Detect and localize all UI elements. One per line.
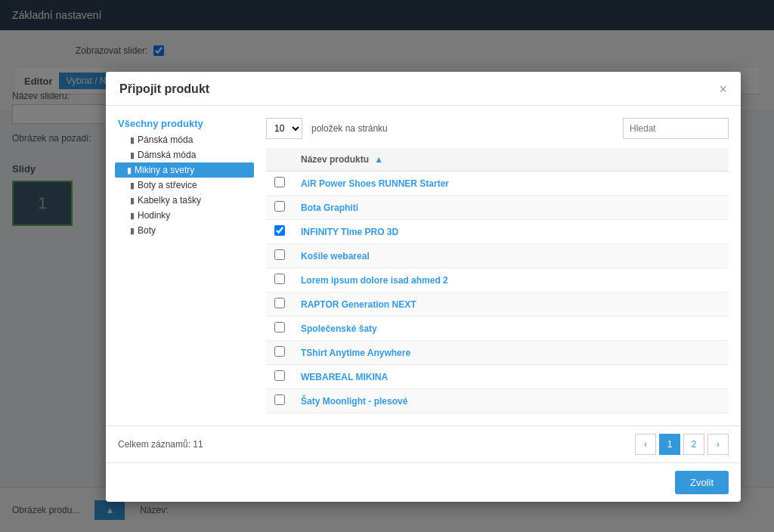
product-checkbox-cell bbox=[266, 292, 293, 317]
tree-item-label: Hodinky bbox=[138, 210, 170, 221]
products-table-body: AiR Power Shoes RUNNER Starter Bota Grap… bbox=[266, 172, 729, 413]
product-checkbox-6[interactable] bbox=[274, 322, 285, 332]
product-name-link[interactable]: Šaty Moonlight - plesové bbox=[301, 396, 407, 407]
product-checkbox-cell bbox=[266, 220, 293, 244]
product-name-link[interactable]: WEBAREAL MIKINA bbox=[301, 372, 388, 382]
modal-header: Připojit produkt × bbox=[106, 72, 741, 106]
tree-root-item[interactable]: Všechny produkty bbox=[118, 118, 254, 129]
product-name-cell: Šaty Moonlight - plesové bbox=[293, 389, 729, 413]
product-checkbox-cell bbox=[266, 172, 293, 196]
table-row: WEBAREAL MIKINA bbox=[266, 365, 729, 389]
tree-item-3[interactable]: ▮Boty a střevice bbox=[118, 178, 254, 193]
sort-icon: ▲ bbox=[374, 154, 383, 165]
search-input[interactable] bbox=[623, 118, 729, 139]
product-checkbox-8[interactable] bbox=[274, 370, 285, 381]
product-checkbox-2[interactable] bbox=[274, 225, 285, 236]
tree-item-label: Dámská móda bbox=[138, 150, 196, 160]
product-name-link[interactable]: Společenské šaty bbox=[301, 323, 377, 334]
tree-item-0[interactable]: ▮Pánská móda bbox=[118, 132, 254, 147]
category-tree: Všechny produkty ▮Pánská móda▮Dámská mód… bbox=[118, 118, 254, 413]
tree-item-4[interactable]: ▮Kabelky a tašky bbox=[118, 193, 254, 208]
product-name-cell: RAPTOR Generation NEXT bbox=[293, 292, 729, 317]
modal-close-button[interactable]: × bbox=[719, 82, 727, 96]
table-row: TShirt Anytime Anywhere bbox=[266, 341, 729, 365]
table-row: Košile webareal bbox=[266, 244, 729, 268]
tree-item-5[interactable]: ▮Hodinky bbox=[118, 208, 254, 223]
select-button[interactable]: Zvolit bbox=[675, 471, 729, 494]
pagination-page-2-button[interactable]: 2 bbox=[683, 434, 704, 455]
pagination: ‹ 1 2 › bbox=[635, 434, 729, 455]
table-row: Lorem ipsum dolore isad ahmed 2 bbox=[266, 268, 729, 292]
table-row: Společenské šaty bbox=[266, 317, 729, 341]
product-name-cell: Bota Graphiti bbox=[293, 196, 729, 220]
product-name-cell: Společenské šaty bbox=[293, 317, 729, 341]
doc-icon: ▮ bbox=[130, 211, 135, 221]
tree-item-6[interactable]: ▮Boty bbox=[118, 223, 254, 238]
right-panel: 10 5 25 50 položek na stránku Název prod… bbox=[266, 118, 729, 413]
product-name-cell: TShirt Anytime Anywhere bbox=[293, 341, 729, 365]
doc-icon: ▮ bbox=[127, 165, 132, 175]
product-name-cell: WEBAREAL MIKINA bbox=[293, 365, 729, 389]
doc-icon: ▮ bbox=[130, 226, 135, 236]
product-name-link[interactable]: AiR Power Shoes RUNNER Starter bbox=[301, 178, 449, 189]
per-page-label: položek na stránku bbox=[311, 123, 388, 134]
doc-icon: ▮ bbox=[130, 135, 135, 145]
product-checkbox-cell bbox=[266, 389, 293, 413]
doc-icon: ▮ bbox=[130, 150, 135, 160]
product-checkbox-3[interactable] bbox=[274, 249, 285, 260]
table-row: Bota Graphiti bbox=[266, 196, 729, 220]
tree-item-label: Mikiny a svetry bbox=[135, 165, 194, 175]
doc-icon: ▮ bbox=[130, 181, 135, 190]
product-name-cell: AiR Power Shoes RUNNER Starter bbox=[293, 172, 729, 196]
pagination-prev-button[interactable]: ‹ bbox=[635, 434, 656, 455]
modal-dialog: Připojit produkt × Všechny produkty ▮Pán… bbox=[106, 72, 741, 502]
tree-item-2[interactable]: ▮Mikiny a svetry bbox=[115, 162, 254, 178]
modal-action-footer: Zvolit bbox=[106, 462, 741, 502]
product-checkbox-5[interactable] bbox=[274, 298, 285, 308]
total-count: Celkem záznamů: 11 bbox=[118, 439, 203, 450]
modal-title: Připojit produkt bbox=[119, 82, 209, 96]
product-checkbox-9[interactable] bbox=[274, 394, 285, 405]
product-checkbox-cell bbox=[266, 196, 293, 220]
products-toolbar: 10 5 25 50 položek na stránku bbox=[266, 118, 729, 139]
product-checkbox-cell bbox=[266, 341, 293, 365]
table-row: INFINITY TIme PRO 3D bbox=[266, 220, 729, 244]
column-name-header: Název produktu ▲ bbox=[293, 148, 729, 172]
product-name-link[interactable]: Lorem ipsum dolore isad ahmed 2 bbox=[301, 275, 448, 286]
product-name-cell: INFINITY TIme PRO 3D bbox=[293, 220, 729, 244]
table-row: RAPTOR Generation NEXT bbox=[266, 292, 729, 317]
product-checkbox-cell bbox=[266, 317, 293, 341]
product-name-link[interactable]: Košile webareal bbox=[301, 251, 370, 261]
product-name-link[interactable]: Bota Graphiti bbox=[301, 203, 358, 213]
tree-item-label: Pánská móda bbox=[138, 135, 193, 145]
product-name-link[interactable]: INFINITY TIme PRO 3D bbox=[301, 227, 398, 237]
product-checkbox-cell bbox=[266, 365, 293, 389]
product-checkbox-cell bbox=[266, 268, 293, 292]
pagination-next-button[interactable]: › bbox=[707, 434, 729, 455]
products-table: Název produktu ▲ AiR Power Shoes RUNNER … bbox=[266, 148, 729, 413]
product-checkbox-1[interactable] bbox=[274, 201, 285, 212]
tree-items: ▮Pánská móda▮Dámská móda▮Mikiny a svetry… bbox=[118, 132, 254, 238]
table-row: Šaty Moonlight - plesové bbox=[266, 389, 729, 413]
product-name-link[interactable]: TShirt Anytime Anywhere bbox=[301, 348, 410, 358]
product-checkbox-4[interactable] bbox=[274, 274, 285, 284]
product-checkbox-7[interactable] bbox=[274, 346, 285, 357]
tree-item-label: Boty a střevice bbox=[138, 180, 197, 190]
product-name-link[interactable]: RAPTOR Generation NEXT bbox=[301, 299, 416, 310]
product-checkbox-cell bbox=[266, 244, 293, 268]
table-row: AiR Power Shoes RUNNER Starter bbox=[266, 172, 729, 196]
product-name-cell: Košile webareal bbox=[293, 244, 729, 268]
modal-footer: Celkem záznamů: 11 ‹ 1 2 › bbox=[106, 425, 741, 462]
tree-item-label: Kabelky a tašky bbox=[138, 195, 201, 206]
modal-body: Všechny produkty ▮Pánská móda▮Dámská mód… bbox=[106, 106, 741, 425]
product-checkbox-0[interactable] bbox=[274, 177, 285, 187]
per-page-select[interactable]: 10 5 25 50 bbox=[266, 118, 302, 139]
tree-item-1[interactable]: ▮Dámská móda bbox=[118, 147, 254, 162]
column-checkbox-header bbox=[266, 148, 293, 172]
tree-item-label: Boty bbox=[138, 225, 156, 236]
pagination-page-1-button[interactable]: 1 bbox=[659, 434, 680, 455]
product-name-cell: Lorem ipsum dolore isad ahmed 2 bbox=[293, 268, 729, 292]
doc-icon: ▮ bbox=[130, 196, 135, 206]
